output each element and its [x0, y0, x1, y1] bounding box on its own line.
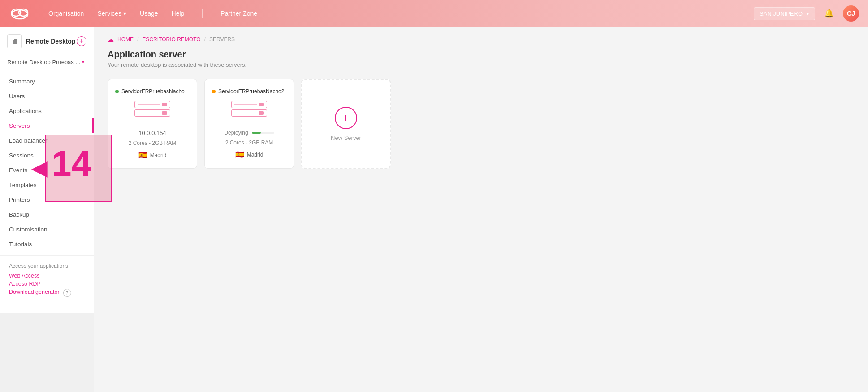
- download-generator-link[interactable]: Download generator: [9, 289, 60, 295]
- server-2-illustration: [231, 101, 267, 123]
- nav-organisation[interactable]: Organisation: [48, 10, 84, 17]
- sidebar-item-servers[interactable]: Servers: [0, 118, 94, 133]
- nav-services[interactable]: Services ▾: [97, 10, 126, 17]
- page-subtitle: Your remote desktop is associated with t…: [108, 61, 855, 68]
- nav-right: SAN JUNIPERO ▾ 🔔 CJ: [754, 5, 859, 22]
- new-server-plus-icon: +: [335, 107, 357, 129]
- sidebar-header: 🖥 Remote Desktop +: [0, 27, 94, 54]
- breadcrumb-sep-2: /: [204, 36, 206, 43]
- rack-unit-inner-3: [259, 103, 264, 106]
- remote-desktop-icon: 🖥: [7, 34, 22, 48]
- server-1-ip: 10.0.0.154: [138, 130, 166, 136]
- notification-bell-icon[interactable]: 🔔: [824, 9, 834, 18]
- main-layout: 🖥 Remote Desktop + Remote Desktop Prueba…: [0, 27, 868, 392]
- server-1-specs: 2 Cores - 2GB RAM: [129, 140, 177, 146]
- sidebar-footer: Access your applications Web Access Acce…: [0, 255, 94, 304]
- org-name: SAN JUNIPERO: [760, 10, 803, 17]
- org-dropdown-icon: ▾: [806, 10, 809, 17]
- rack-line-3: [234, 104, 257, 105]
- server-1-status-dot: [115, 90, 119, 93]
- server-2-rack: [231, 101, 267, 117]
- sidebar-footer-bottom: Download generator ?: [9, 289, 85, 297]
- server-2-flag-icon: 🇪🇸: [235, 150, 244, 159]
- breadcrumb: ☁ HOME / ESCRITORIO REMOTO / SERVERS: [108, 36, 855, 43]
- rack-unit-4: [231, 109, 267, 117]
- breadcrumb-home[interactable]: HOME: [117, 36, 134, 43]
- sidebar-item-backup[interactable]: Backup: [0, 207, 94, 222]
- sidebar-item-tutorials[interactable]: Tutorials: [0, 237, 94, 252]
- sidebar-service-title: Remote Desktop: [26, 38, 75, 45]
- server-2-status-dot: [212, 90, 216, 93]
- server-1-rack: [134, 101, 170, 117]
- rack-unit-3: [231, 101, 267, 108]
- sidebar-item-applications[interactable]: Applications: [0, 104, 94, 118]
- sidebar-item-sessions[interactable]: Sessions: [0, 148, 94, 163]
- rack-line-2: [138, 113, 160, 113]
- avatar-initials: CJ: [847, 10, 855, 17]
- server-card-2-header: ServidorERPruebasNacho2: [212, 88, 286, 95]
- server-card-1-header: ServidorERPruebasNacho: [115, 88, 190, 95]
- breadcrumb-cloud-icon: ☁: [108, 36, 114, 43]
- page-title: Application server: [108, 49, 855, 60]
- main-content: ☁ HOME / ESCRITORIO REMOTO / SERVERS App…: [94, 27, 868, 392]
- server-1-name: ServidorERPruebasNacho: [121, 88, 185, 95]
- rack-unit-inner-4: [259, 111, 264, 115]
- sidebar-item-load-balancer[interactable]: Load balancer: [0, 133, 94, 148]
- server-1-flag-icon: 🇪🇸: [138, 151, 147, 159]
- server-2-specs: 2 Cores - 2GB RAM: [225, 139, 273, 146]
- server-cards: ServidorERPruebasNacho 10.0.0.1: [108, 79, 855, 169]
- logo[interactable]: [9, 5, 30, 22]
- workspace-name: Remote Desktop Pruebas ...: [7, 59, 80, 65]
- sidebar-item-templates[interactable]: Templates: [0, 178, 94, 192]
- server-1-illustration: [134, 101, 170, 123]
- server-2-flag: 🇪🇸 Madrid: [235, 150, 263, 159]
- sidebar-item-summary[interactable]: Summary: [0, 74, 94, 89]
- rack-line-4: [234, 113, 257, 113]
- nav-links: Organisation Services ▾ Usage Help Partn…: [48, 9, 754, 18]
- sidebar-item-users[interactable]: Users: [0, 89, 94, 104]
- rack-unit-inner-1: [162, 103, 167, 106]
- deploying-label: Deploying: [224, 130, 248, 136]
- deploying-row: Deploying: [212, 130, 286, 136]
- web-access-link[interactable]: Web Access: [9, 273, 85, 279]
- breadcrumb-sep-1: /: [137, 36, 138, 43]
- new-server-label: New Server: [331, 135, 361, 141]
- rack-unit-2: [134, 109, 170, 117]
- sidebar: 🖥 Remote Desktop + Remote Desktop Prueba…: [0, 27, 94, 313]
- sidebar-item-printers[interactable]: Printers: [0, 192, 94, 207]
- nav-usage[interactable]: Usage: [140, 10, 158, 17]
- breadcrumb-section[interactable]: ESCRITORIO REMOTO: [142, 36, 200, 43]
- sidebar-footer-title: Access your applications: [9, 263, 85, 269]
- acceso-rdp-link[interactable]: Acceso RDP: [9, 281, 85, 287]
- add-service-button[interactable]: +: [77, 36, 86, 46]
- avatar[interactable]: CJ: [843, 5, 859, 22]
- server-card-2[interactable]: ServidorERPruebasNacho2: [204, 79, 294, 169]
- breadcrumb-current: SERVERS: [209, 36, 235, 43]
- server-1-flag: 🇪🇸 Madrid: [138, 151, 167, 159]
- workspace-dropdown-icon: ▾: [82, 60, 84, 65]
- nav-separator: [202, 9, 203, 18]
- new-server-card[interactable]: + New Server: [301, 79, 391, 169]
- server-1-location: Madrid: [150, 152, 167, 158]
- sidebar-nav: Summary Users Applications Servers Load …: [0, 70, 94, 255]
- server-2-name: ServidorERPruebasNacho2: [218, 88, 284, 95]
- rack-line-1: [138, 104, 160, 105]
- rack-unit-1: [134, 101, 170, 108]
- help-icon[interactable]: ?: [63, 289, 71, 297]
- server-card-1[interactable]: ServidorERPruebasNacho 10.0.0.1: [108, 79, 197, 169]
- deploying-progress: [252, 132, 261, 134]
- nav-help[interactable]: Help: [172, 10, 185, 17]
- deploying-bar: [252, 132, 274, 134]
- rack-unit-inner-2: [162, 111, 167, 115]
- sidebar-item-events[interactable]: Events: [0, 163, 94, 178]
- sidebar-wrapper: 🖥 Remote Desktop + Remote Desktop Prueba…: [0, 27, 94, 392]
- server-2-location: Madrid: [247, 152, 263, 158]
- nav-partner-zone[interactable]: Partner Zone: [220, 10, 257, 17]
- sidebar-item-customisation[interactable]: Customisation: [0, 222, 94, 237]
- workspace-selector[interactable]: Remote Desktop Pruebas ... ▾: [0, 54, 94, 70]
- services-arrow-icon: ▾: [123, 10, 126, 17]
- org-selector[interactable]: SAN JUNIPERO ▾: [754, 7, 815, 20]
- top-navigation: Organisation Services ▾ Usage Help Partn…: [0, 0, 868, 27]
